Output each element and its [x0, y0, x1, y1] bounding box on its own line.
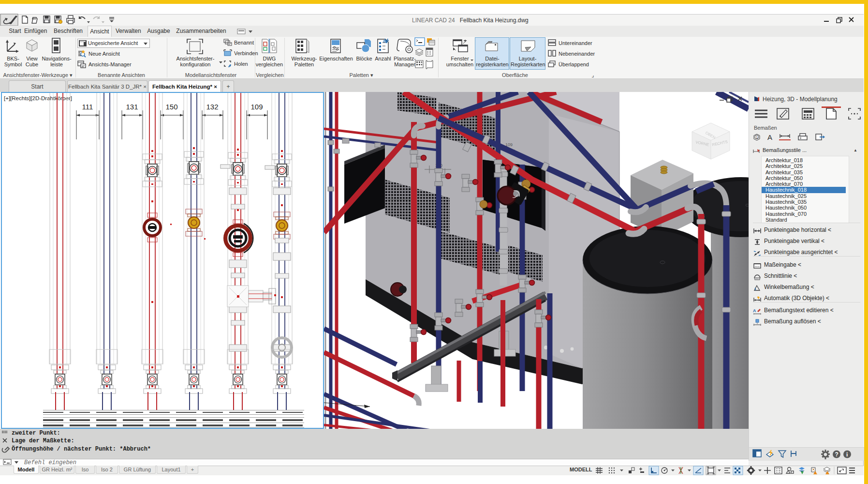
svg-text:132: 132	[206, 103, 218, 111]
svg-text:[+][Rechts][2D-Drahtkörper]: [+][Rechts][2D-Drahtkörper]	[4, 95, 72, 101]
svg-text:A: A	[753, 308, 756, 313]
svg-text:A: A	[767, 133, 772, 141]
svg-text:109: 109	[250, 103, 263, 111]
svg-text:1: 1	[756, 135, 758, 139]
svg-text:111: 111	[82, 103, 93, 111]
svg-text:?: ?	[835, 451, 839, 458]
svg-text:150: 150	[165, 103, 177, 111]
svg-text:131: 131	[126, 103, 138, 111]
svg-text:!: !	[816, 471, 817, 474]
